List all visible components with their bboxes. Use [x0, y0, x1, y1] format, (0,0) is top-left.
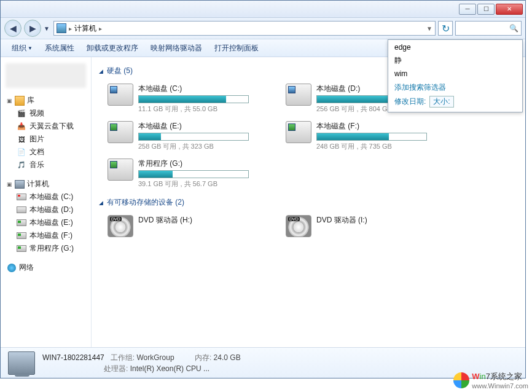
tree-label: 库 — [27, 95, 34, 106]
watermark: Win7系统之家 www.Winwin7.com — [453, 371, 528, 390]
filter-size[interactable]: 大小: — [429, 96, 453, 108]
back-button[interactable]: ◀ — [4, 20, 22, 37]
drive-capacity-bar — [138, 133, 249, 141]
forward-button[interactable]: ▶ — [24, 20, 41, 37]
drive-capacity-bar — [316, 133, 427, 141]
search-history-item[interactable]: 静 — [388, 53, 522, 68]
drive-capacity-bar — [138, 170, 249, 178]
search-input[interactable] — [458, 24, 507, 33]
tree-item-library[interactable]: 🎵音乐 — [1, 159, 91, 171]
computer-name: WIN7-1802281447 — [42, 353, 104, 362]
nav-bar: ◀ ▶ ▼ ▸ 计算机 ▸ ▼ ↻ 🔍 — [1, 18, 525, 39]
uninstall-programs-button[interactable]: 卸载或更改程序 — [82, 42, 143, 55]
cpu-label: 处理器: — [104, 364, 128, 373]
library-item-icon: 📥 — [17, 122, 26, 131]
drive-large-icon — [286, 121, 311, 143]
drive-label: 常用程序 (G:) — [138, 159, 268, 169]
filter-date-modified[interactable]: 修改日期: — [394, 96, 426, 107]
tree-network[interactable]: 网络 — [1, 261, 91, 274]
computer-large-icon — [8, 351, 35, 375]
dvd-icon — [108, 215, 133, 237]
details-pane: WIN7-1802281447 工作组: WorkGroup 内存: 24.0 … — [1, 347, 525, 378]
drive-large-icon — [108, 159, 133, 181]
collapse-icon: ▣ — [7, 181, 12, 187]
optical-drive-item[interactable]: DVD 驱动器 (H:) — [105, 213, 271, 240]
tree-item-drive[interactable]: 常用程序 (G:) — [1, 242, 91, 255]
drive-icon — [17, 194, 26, 200]
refresh-button[interactable]: ↻ — [438, 21, 453, 36]
group-title: 有可移动存储的设备 (2) — [107, 197, 184, 208]
explorer-window: ─ ☐ ✕ ◀ ▶ ▼ ▸ 计算机 ▸ ▼ ↻ 🔍 组织▼ 系统属性 卸载或更改… — [0, 0, 526, 378]
titlebar: ─ ☐ ✕ — [1, 1, 525, 18]
map-network-drive-button[interactable]: 映射网络驱动器 — [146, 42, 207, 55]
open-control-panel-button[interactable]: 打开控制面板 — [209, 42, 264, 55]
drive-free-space: 11.1 GB 可用 , 共 55.0 GB — [138, 104, 268, 114]
address-dropdown-icon[interactable]: ▼ — [426, 25, 432, 32]
tree-item-label: 本地磁盘 (E:) — [29, 218, 73, 228]
tree-item-drive[interactable]: 本地磁盘 (D:) — [1, 203, 91, 216]
drive-label: DVD 驱动器 (I:) — [316, 215, 447, 225]
tree-item-label: 图片 — [29, 134, 44, 144]
group-header-removable[interactable]: ◢ 有可移动存储的设备 (2) — [99, 197, 518, 208]
computer-icon — [15, 180, 25, 189]
tree-item-library[interactable]: 📄文档 — [1, 146, 91, 159]
search-history-item[interactable]: edge — [388, 41, 522, 53]
search-history-item[interactable]: wim — [388, 68, 522, 80]
tree-item-label: 常用程序 (G:) — [29, 243, 74, 254]
drive-item[interactable]: 本地磁盘 (C:)11.1 GB 可用 , 共 55.0 GB — [105, 81, 271, 116]
memory-label: 内存: — [195, 353, 211, 362]
tree-item-library[interactable]: 📥天翼云盘下载 — [1, 120, 91, 133]
favorites-placeholder — [6, 63, 86, 88]
collapse-icon: ◢ — [99, 200, 103, 206]
drive-free-space: 39.1 GB 可用 , 共 56.7 GB — [138, 179, 268, 189]
drive-icon — [17, 206, 26, 213]
collapse-icon: ◢ — [99, 68, 103, 74]
library-item-icon: 🎵 — [17, 160, 26, 170]
cpu-value: Intel(R) Xeon(R) CPU ... — [130, 364, 209, 373]
tree-label: 网络 — [19, 262, 34, 273]
breadcrumb-sep-icon: ▸ — [99, 25, 102, 32]
network-icon — [7, 264, 16, 272]
history-dropdown[interactable]: ▼ — [44, 25, 51, 32]
search-suggestions-popup: edge静wim 添加搜索筛选器 修改日期: 大小: — [388, 39, 523, 112]
address-bar[interactable]: ▸ 计算机 ▸ ▼ — [53, 21, 436, 36]
annotation-arrow — [0, 378, 532, 392]
tree-libraries[interactable]: ▣ 库 — [1, 94, 91, 107]
tree-item-drive[interactable]: 本地磁盘 (C:) — [1, 190, 91, 203]
organize-menu[interactable]: 组织▼ — [7, 42, 37, 55]
tree-item-drive[interactable]: 本地磁盘 (F:) — [1, 229, 91, 242]
tree-item-drive[interactable]: 本地磁盘 (E:) — [1, 216, 91, 229]
watermark-logo-icon — [453, 372, 469, 388]
tree-item-label: 天翼云盘下载 — [29, 121, 74, 131]
drive-free-space: 248 GB 可用 , 共 735 GB — [316, 142, 447, 151]
drive-icon — [17, 232, 26, 239]
drive-item[interactable]: 本地磁盘 (F:)248 GB 可用 , 共 735 GB — [283, 119, 449, 154]
drive-item[interactable]: 常用程序 (G:)39.1 GB 可用 , 共 56.7 GB — [105, 156, 271, 191]
maximize-button[interactable]: ☐ — [477, 4, 495, 15]
library-item-icon: 🖼 — [17, 135, 26, 144]
breadcrumb-computer[interactable]: 计算机 — [74, 23, 96, 34]
drive-label: 本地磁盘 (C:) — [138, 84, 268, 94]
drive-item[interactable]: 本地磁盘 (E:)258 GB 可用 , 共 323 GB — [105, 119, 271, 154]
drive-label: DVD 驱动器 (H:) — [138, 215, 268, 225]
drive-label: 本地磁盘 (E:) — [138, 121, 268, 131]
dvd-icon — [286, 215, 311, 237]
optical-drive-item[interactable]: DVD 驱动器 (I:) — [283, 213, 449, 240]
navigation-pane: ▣ 库 🎬视频📥天翼云盘下载🖼图片📄文档🎵音乐 ▣ 计算机 本地磁盘 (C:)本… — [1, 57, 92, 347]
tree-computer[interactable]: ▣ 计算机 — [1, 178, 91, 190]
search-box[interactable]: 🔍 — [455, 21, 522, 36]
breadcrumb-sep-icon: ▸ — [69, 25, 72, 32]
tree-label: 计算机 — [27, 179, 49, 189]
search-icon: 🔍 — [509, 24, 518, 33]
minimize-button[interactable]: ─ — [459, 4, 476, 15]
system-properties-button[interactable]: 系统属性 — [40, 42, 79, 55]
tree-item-label: 文档 — [29, 147, 44, 157]
tree-item-library[interactable]: 🎬视频 — [1, 107, 91, 120]
workgroup-label: 工作组: — [111, 353, 135, 362]
drive-capacity-bar — [138, 95, 249, 103]
library-item-icon: 🎬 — [17, 109, 26, 119]
tree-item-library[interactable]: 🖼图片 — [1, 133, 91, 146]
drive-label: 本地磁盘 (F:) — [316, 121, 447, 131]
drive-icon — [17, 219, 26, 226]
close-button[interactable]: ✕ — [496, 4, 523, 15]
